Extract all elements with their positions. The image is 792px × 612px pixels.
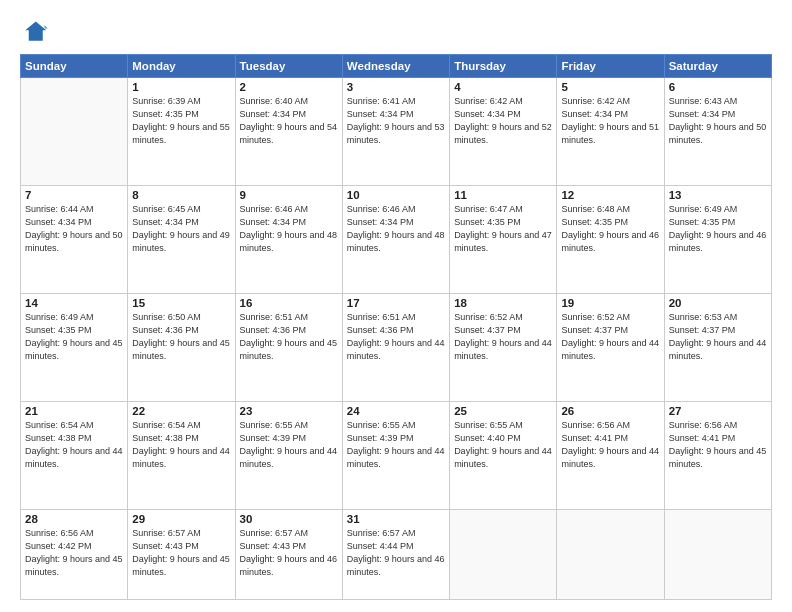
day-number: 23 — [240, 405, 338, 417]
weekday-header-saturday: Saturday — [664, 55, 771, 78]
day-info: Sunrise: 6:42 AM Sunset: 4:34 PM Dayligh… — [454, 95, 552, 147]
day-info: Sunrise: 6:46 AM Sunset: 4:34 PM Dayligh… — [347, 203, 445, 255]
day-info: Sunrise: 6:50 AM Sunset: 4:36 PM Dayligh… — [132, 311, 230, 363]
day-info: Sunrise: 6:56 AM Sunset: 4:42 PM Dayligh… — [25, 527, 123, 579]
calendar-cell: 10Sunrise: 6:46 AM Sunset: 4:34 PM Dayli… — [342, 186, 449, 294]
day-number: 25 — [454, 405, 552, 417]
day-info: Sunrise: 6:41 AM Sunset: 4:34 PM Dayligh… — [347, 95, 445, 147]
day-info: Sunrise: 6:39 AM Sunset: 4:35 PM Dayligh… — [132, 95, 230, 147]
calendar-week-row: 7Sunrise: 6:44 AM Sunset: 4:34 PM Daylig… — [21, 186, 772, 294]
day-number: 4 — [454, 81, 552, 93]
day-number: 31 — [347, 513, 445, 525]
day-number: 14 — [25, 297, 123, 309]
day-info: Sunrise: 6:51 AM Sunset: 4:36 PM Dayligh… — [240, 311, 338, 363]
page: SundayMondayTuesdayWednesdayThursdayFrid… — [0, 0, 792, 612]
day-number: 18 — [454, 297, 552, 309]
weekday-header-tuesday: Tuesday — [235, 55, 342, 78]
calendar-cell: 31Sunrise: 6:57 AM Sunset: 4:44 PM Dayli… — [342, 510, 449, 600]
day-info: Sunrise: 6:57 AM Sunset: 4:43 PM Dayligh… — [132, 527, 230, 579]
calendar-cell: 25Sunrise: 6:55 AM Sunset: 4:40 PM Dayli… — [450, 402, 557, 510]
weekday-header-row: SundayMondayTuesdayWednesdayThursdayFrid… — [21, 55, 772, 78]
day-info: Sunrise: 6:57 AM Sunset: 4:43 PM Dayligh… — [240, 527, 338, 579]
calendar-cell: 6Sunrise: 6:43 AM Sunset: 4:34 PM Daylig… — [664, 78, 771, 186]
day-number: 16 — [240, 297, 338, 309]
calendar-cell — [21, 78, 128, 186]
day-number: 13 — [669, 189, 767, 201]
day-number: 5 — [561, 81, 659, 93]
calendar-cell: 30Sunrise: 6:57 AM Sunset: 4:43 PM Dayli… — [235, 510, 342, 600]
day-number: 8 — [132, 189, 230, 201]
calendar-cell — [664, 510, 771, 600]
calendar-cell: 13Sunrise: 6:49 AM Sunset: 4:35 PM Dayli… — [664, 186, 771, 294]
day-info: Sunrise: 6:40 AM Sunset: 4:34 PM Dayligh… — [240, 95, 338, 147]
calendar-cell: 2Sunrise: 6:40 AM Sunset: 4:34 PM Daylig… — [235, 78, 342, 186]
calendar-cell: 28Sunrise: 6:56 AM Sunset: 4:42 PM Dayli… — [21, 510, 128, 600]
day-number: 1 — [132, 81, 230, 93]
day-number: 19 — [561, 297, 659, 309]
svg-marker-0 — [25, 22, 46, 41]
day-info: Sunrise: 6:55 AM Sunset: 4:39 PM Dayligh… — [347, 419, 445, 471]
day-info: Sunrise: 6:51 AM Sunset: 4:36 PM Dayligh… — [347, 311, 445, 363]
calendar-cell: 16Sunrise: 6:51 AM Sunset: 4:36 PM Dayli… — [235, 294, 342, 402]
calendar-cell: 9Sunrise: 6:46 AM Sunset: 4:34 PM Daylig… — [235, 186, 342, 294]
day-number: 29 — [132, 513, 230, 525]
calendar-cell: 3Sunrise: 6:41 AM Sunset: 4:34 PM Daylig… — [342, 78, 449, 186]
day-info: Sunrise: 6:49 AM Sunset: 4:35 PM Dayligh… — [25, 311, 123, 363]
day-info: Sunrise: 6:45 AM Sunset: 4:34 PM Dayligh… — [132, 203, 230, 255]
calendar-cell: 4Sunrise: 6:42 AM Sunset: 4:34 PM Daylig… — [450, 78, 557, 186]
day-info: Sunrise: 6:53 AM Sunset: 4:37 PM Dayligh… — [669, 311, 767, 363]
logo-icon — [20, 18, 48, 46]
day-info: Sunrise: 6:47 AM Sunset: 4:35 PM Dayligh… — [454, 203, 552, 255]
day-info: Sunrise: 6:44 AM Sunset: 4:34 PM Dayligh… — [25, 203, 123, 255]
day-number: 28 — [25, 513, 123, 525]
weekday-header-monday: Monday — [128, 55, 235, 78]
day-info: Sunrise: 6:52 AM Sunset: 4:37 PM Dayligh… — [454, 311, 552, 363]
weekday-header-sunday: Sunday — [21, 55, 128, 78]
day-number: 27 — [669, 405, 767, 417]
day-info: Sunrise: 6:49 AM Sunset: 4:35 PM Dayligh… — [669, 203, 767, 255]
day-number: 10 — [347, 189, 445, 201]
day-number: 17 — [347, 297, 445, 309]
day-number: 11 — [454, 189, 552, 201]
day-info: Sunrise: 6:48 AM Sunset: 4:35 PM Dayligh… — [561, 203, 659, 255]
calendar-cell: 22Sunrise: 6:54 AM Sunset: 4:38 PM Dayli… — [128, 402, 235, 510]
day-number: 6 — [669, 81, 767, 93]
calendar-cell: 24Sunrise: 6:55 AM Sunset: 4:39 PM Dayli… — [342, 402, 449, 510]
calendar-week-row: 14Sunrise: 6:49 AM Sunset: 4:35 PM Dayli… — [21, 294, 772, 402]
calendar-cell: 5Sunrise: 6:42 AM Sunset: 4:34 PM Daylig… — [557, 78, 664, 186]
calendar-cell — [450, 510, 557, 600]
calendar-cell: 26Sunrise: 6:56 AM Sunset: 4:41 PM Dayli… — [557, 402, 664, 510]
day-info: Sunrise: 6:57 AM Sunset: 4:44 PM Dayligh… — [347, 527, 445, 579]
day-info: Sunrise: 6:54 AM Sunset: 4:38 PM Dayligh… — [25, 419, 123, 471]
calendar-cell: 11Sunrise: 6:47 AM Sunset: 4:35 PM Dayli… — [450, 186, 557, 294]
calendar-cell: 19Sunrise: 6:52 AM Sunset: 4:37 PM Dayli… — [557, 294, 664, 402]
weekday-header-thursday: Thursday — [450, 55, 557, 78]
logo — [20, 18, 52, 46]
day-info: Sunrise: 6:55 AM Sunset: 4:40 PM Dayligh… — [454, 419, 552, 471]
day-number: 22 — [132, 405, 230, 417]
calendar-cell: 21Sunrise: 6:54 AM Sunset: 4:38 PM Dayli… — [21, 402, 128, 510]
calendar-cell: 15Sunrise: 6:50 AM Sunset: 4:36 PM Dayli… — [128, 294, 235, 402]
day-number: 20 — [669, 297, 767, 309]
day-info: Sunrise: 6:42 AM Sunset: 4:34 PM Dayligh… — [561, 95, 659, 147]
header — [20, 18, 772, 46]
weekday-header-wednesday: Wednesday — [342, 55, 449, 78]
calendar-cell — [557, 510, 664, 600]
calendar-cell: 7Sunrise: 6:44 AM Sunset: 4:34 PM Daylig… — [21, 186, 128, 294]
day-number: 12 — [561, 189, 659, 201]
day-info: Sunrise: 6:52 AM Sunset: 4:37 PM Dayligh… — [561, 311, 659, 363]
day-info: Sunrise: 6:43 AM Sunset: 4:34 PM Dayligh… — [669, 95, 767, 147]
day-number: 26 — [561, 405, 659, 417]
day-number: 3 — [347, 81, 445, 93]
day-info: Sunrise: 6:55 AM Sunset: 4:39 PM Dayligh… — [240, 419, 338, 471]
weekday-header-friday: Friday — [557, 55, 664, 78]
calendar-cell: 20Sunrise: 6:53 AM Sunset: 4:37 PM Dayli… — [664, 294, 771, 402]
day-number: 24 — [347, 405, 445, 417]
calendar-week-row: 21Sunrise: 6:54 AM Sunset: 4:38 PM Dayli… — [21, 402, 772, 510]
calendar-table: SundayMondayTuesdayWednesdayThursdayFrid… — [20, 54, 772, 600]
calendar-cell: 14Sunrise: 6:49 AM Sunset: 4:35 PM Dayli… — [21, 294, 128, 402]
calendar-cell: 17Sunrise: 6:51 AM Sunset: 4:36 PM Dayli… — [342, 294, 449, 402]
day-info: Sunrise: 6:54 AM Sunset: 4:38 PM Dayligh… — [132, 419, 230, 471]
day-info: Sunrise: 6:46 AM Sunset: 4:34 PM Dayligh… — [240, 203, 338, 255]
calendar-cell: 23Sunrise: 6:55 AM Sunset: 4:39 PM Dayli… — [235, 402, 342, 510]
